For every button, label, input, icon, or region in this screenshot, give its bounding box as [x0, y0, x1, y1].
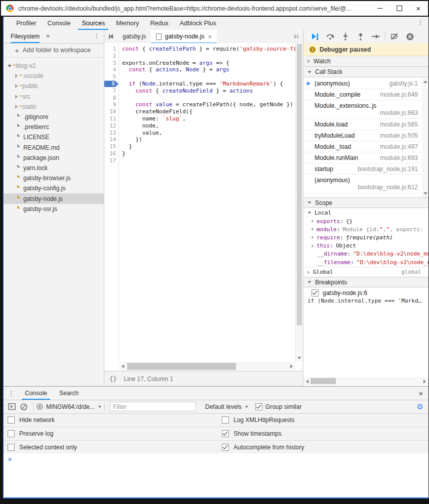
- call-stack-frame-2[interactable]: Module._extensions..jsmodule.js:663: [303, 100, 422, 119]
- section-watch[interactable]: Watch: [303, 56, 428, 67]
- line-number-17[interactable]: 17: [104, 157, 119, 164]
- more-tabs-icon[interactable]: »: [46, 32, 50, 39]
- checkbox[interactable]: [8, 444, 15, 451]
- call-stack-frame-4[interactable]: tryModuleLoadmodule.js:505: [303, 130, 422, 141]
- scope-variable-module[interactable]: module:Module {id: ".", exports:: [303, 225, 428, 233]
- scroll-down-icon[interactable]: [423, 192, 427, 195]
- chevron-right-icon[interactable]: [312, 244, 314, 247]
- setting-autocomplete-from-history[interactable]: Autocomplete from history: [222, 441, 304, 454]
- tabs-scroll-right-icon[interactable]: [290, 30, 303, 43]
- line-number-16[interactable]: 16: [104, 150, 119, 157]
- clear-console-icon[interactable]: [18, 401, 30, 412]
- setting-hide-network[interactable]: Hide network: [8, 413, 55, 427]
- sidebar-menu-icon[interactable]: ⋮: [93, 32, 100, 39]
- breakpoint-checkbox[interactable]: [311, 289, 319, 297]
- checkbox[interactable]: [8, 430, 15, 437]
- line-number-3[interactable]: 3: [104, 60, 119, 67]
- log-levels-dropdown[interactable]: Default levels: [205, 403, 248, 410]
- tabs-scroll-left-icon[interactable]: [104, 30, 118, 43]
- editor-tab-gatsby-node-js[interactable]: gatsby-node.js ×: [151, 30, 217, 43]
- tree-item-README.md[interactable]: README.md: [4, 143, 104, 153]
- tree-item-yarn.lock[interactable]: yarn.lock: [4, 163, 104, 173]
- tab-filesystem[interactable]: Filesystem: [11, 30, 40, 43]
- line-number-5[interactable]: 5: [104, 73, 119, 80]
- call-stack-scrollbar[interactable]: [422, 78, 428, 197]
- section-breakpoints[interactable]: Breakpoints: [303, 277, 428, 287]
- tree-item-gatsby-config.js[interactable]: gatsby-config.js: [4, 183, 104, 193]
- step-into-icon[interactable]: [338, 31, 353, 42]
- scope-variable-__dirname[interactable]: __dirname:"D:\dev\blog-v2\node_mo: [303, 250, 428, 258]
- editor-vertical-scrollbar[interactable]: [295, 43, 303, 362]
- line-number-2[interactable]: 2: [104, 53, 119, 60]
- tab-console[interactable]: Console: [42, 17, 76, 30]
- panel-horizontal-scrollbar[interactable]: [303, 377, 428, 385]
- line-number-11[interactable]: 11: [104, 115, 119, 122]
- tree-item-LICENSE[interactable]: LICENSE: [4, 132, 104, 142]
- tree-item-package.json[interactable]: package.json: [4, 153, 104, 163]
- scroll-right-icon[interactable]: [290, 364, 293, 368]
- chevron-right-icon[interactable]: [312, 220, 314, 223]
- call-stack-frame-0[interactable]: (anonymous)gatsby.js:1: [303, 78, 422, 89]
- close-tab-icon[interactable]: ×: [208, 33, 212, 40]
- setting-show-timestamps[interactable]: Show timestamps: [222, 427, 282, 440]
- chevron-right-icon[interactable]: [312, 228, 314, 231]
- editor-horizontal-scrollbar[interactable]: [119, 362, 295, 371]
- setting-selected-context-only[interactable]: Selected context only: [8, 441, 77, 454]
- console-settings-gear-icon[interactable]: ⚙: [417, 403, 423, 410]
- line-number-14[interactable]: 14: [104, 136, 119, 143]
- tree-item-static[interactable]: static: [4, 102, 104, 112]
- scroll-up-icon[interactable]: [423, 80, 427, 83]
- tree-item-public[interactable]: public: [4, 81, 104, 91]
- breakpoint-marker[interactable]: 6: [104, 80, 119, 87]
- line-number-4[interactable]: 4: [104, 66, 119, 73]
- tree-item-.vscode[interactable]: .vscode: [4, 71, 104, 81]
- call-stack-frame-3[interactable]: Module.loadmodule.js:565: [303, 119, 422, 130]
- show-console-sidebar-icon[interactable]: [6, 401, 18, 412]
- add-folder-to-workspace-button[interactable]: + Add folder to workspace: [4, 43, 104, 58]
- code-area[interactable]: 1234567891011121314151617 const { create…: [104, 43, 295, 362]
- tab-redux[interactable]: Redux: [144, 17, 174, 30]
- tab-profiler[interactable]: Profiler: [11, 17, 42, 30]
- scrollbar-thumb[interactable]: [127, 363, 236, 370]
- maximize-button[interactable]: [389, 1, 409, 16]
- minimize-button[interactable]: [370, 1, 389, 16]
- tree-item-gatsby-browser.js[interactable]: gatsby-browser.js: [4, 173, 104, 183]
- scope-local[interactable]: Local: [303, 208, 428, 217]
- call-stack-frame-6[interactable]: Module.runMainmodule.js:693: [303, 152, 422, 163]
- scope-variable-__filename[interactable]: __filename:"D:\dev\blog-v2\node_r: [303, 258, 428, 266]
- resume-script-icon[interactable]: [307, 31, 323, 42]
- line-number-13[interactable]: 13: [104, 130, 119, 137]
- chevron-right-icon[interactable]: [13, 95, 19, 99]
- setting-log-xmlhttprequests[interactable]: Log XMLHttpRequests: [222, 413, 295, 427]
- pretty-print-icon[interactable]: {}: [109, 375, 116, 383]
- line-number-7[interactable]: 7: [104, 88, 119, 95]
- scroll-left-icon[interactable]: [122, 364, 124, 368]
- step-icon[interactable]: [368, 31, 383, 42]
- scope-variable-this[interactable]: this:Object: [303, 242, 428, 250]
- tab-sources[interactable]: Sources: [76, 17, 110, 30]
- chevron-right-icon[interactable]: [13, 84, 19, 88]
- close-drawer-icon[interactable]: ×: [413, 387, 428, 400]
- setting-preserve-log[interactable]: Preserve log: [8, 427, 53, 440]
- scroll-left-icon[interactable]: [306, 380, 308, 384]
- chevron-right-icon[interactable]: [312, 236, 314, 239]
- execution-context-selector[interactable]: MINGW64:/d/de...: [46, 403, 95, 410]
- scrollbar-thumb[interactable]: [297, 44, 302, 325]
- scope-global[interactable]: Global global: [303, 267, 428, 277]
- pause-on-exceptions-icon[interactable]: [402, 31, 417, 42]
- scope-variable-exports[interactable]: exports:{}: [303, 217, 428, 225]
- line-number-15[interactable]: 15: [104, 143, 119, 150]
- console-output[interactable]: >: [4, 453, 428, 497]
- tree-item-blog-v2[interactable]: blog-v2: [4, 61, 104, 71]
- tab-drawer-console[interactable]: Console: [19, 387, 53, 400]
- scope-variable-require[interactable]: require:ƒ require(path): [303, 233, 428, 241]
- step-over-icon[interactable]: [323, 31, 338, 42]
- close-button[interactable]: ×: [409, 1, 428, 16]
- group-similar-checkbox[interactable]: [255, 403, 262, 410]
- line-number-gutter[interactable]: 1234567891011121314151617: [104, 43, 119, 362]
- chevron-right-icon[interactable]: [13, 74, 19, 78]
- line-number-1[interactable]: 1: [104, 46, 119, 53]
- call-stack-frame-7[interactable]: startupbootstrap_node.js:191: [303, 163, 422, 175]
- tree-item-gatsby-node.js[interactable]: gatsby-node.js: [4, 193, 104, 203]
- group-similar-setting[interactable]: Group similar: [255, 403, 301, 410]
